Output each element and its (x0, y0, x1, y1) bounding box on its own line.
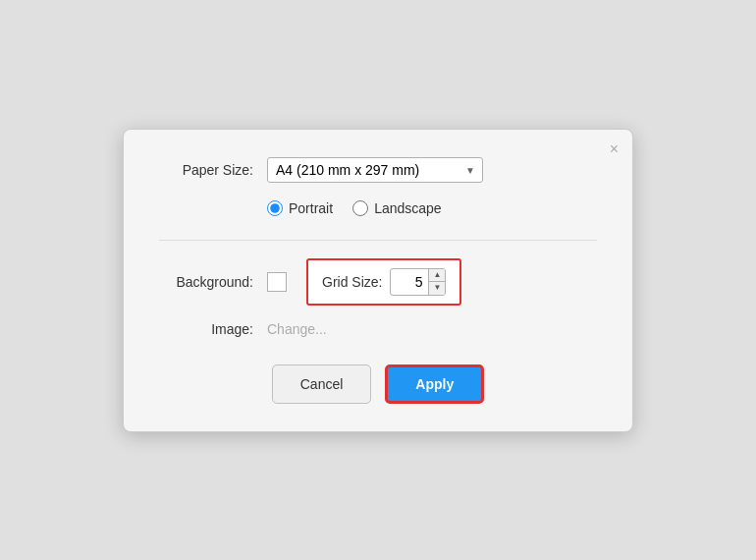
background-row: Background: Grid Size: ▲ ▼ (159, 258, 597, 306)
portrait-option[interactable]: Portrait (267, 200, 333, 216)
background-label: Background: (159, 274, 267, 290)
grid-size-input[interactable] (391, 271, 428, 293)
paper-size-select-wrapper: A4 (210 mm x 297 mm) Letter (215.9 mm x … (267, 157, 483, 183)
background-checkbox[interactable] (267, 272, 287, 292)
grid-size-input-wrapper: ▲ ▼ (390, 268, 446, 296)
landscape-label: Landscape (374, 200, 442, 216)
portrait-radio[interactable] (267, 200, 283, 216)
button-row: Cancel Apply (159, 364, 597, 404)
grid-size-spinner: ▲ ▼ (428, 269, 445, 295)
spinner-up-button[interactable]: ▲ (429, 269, 445, 282)
grid-section: Grid Size: ▲ ▼ (306, 258, 461, 306)
orientation-row: Portrait Landscape (159, 200, 597, 216)
portrait-label: Portrait (289, 200, 333, 216)
paper-size-select[interactable]: A4 (210 mm x 297 mm) Letter (215.9 mm x … (267, 157, 483, 183)
apply-button[interactable]: Apply (385, 364, 484, 404)
grid-size-label: Grid Size: (322, 274, 382, 290)
spinner-down-button[interactable]: ▼ (429, 282, 445, 295)
cancel-button[interactable]: Cancel (272, 364, 372, 404)
image-row: Image: Change... (159, 321, 597, 337)
divider (159, 240, 597, 241)
landscape-option[interactable]: Landscape (352, 200, 442, 216)
close-button[interactable]: × (610, 141, 619, 157)
landscape-radio[interactable] (352, 200, 368, 216)
page-setup-dialog: × Paper Size: A4 (210 mm x 297 mm) Lette… (123, 129, 633, 432)
image-label: Image: (159, 321, 267, 337)
paper-size-row: Paper Size: A4 (210 mm x 297 mm) Letter … (159, 157, 597, 183)
change-link[interactable]: Change... (267, 321, 327, 337)
paper-size-label: Paper Size: (159, 162, 267, 178)
